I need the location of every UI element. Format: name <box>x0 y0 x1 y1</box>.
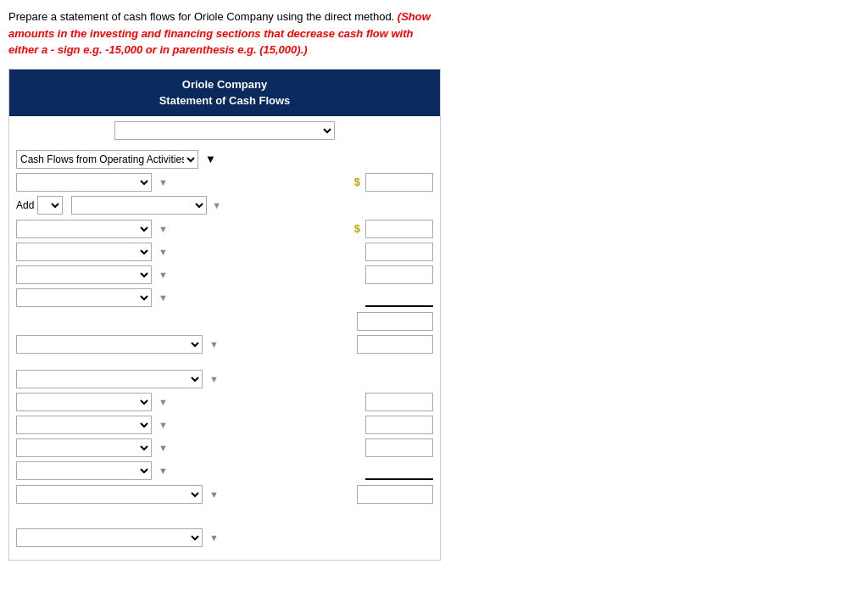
sub2-item-2-arrow: ▼ <box>159 420 168 430</box>
sub-item-2-arrow: ▼ <box>159 247 168 257</box>
section-3-total-select[interactable] <box>16 485 203 504</box>
sub2-item-1-arrow: ▼ <box>159 397 168 407</box>
dollar-sign-1: $ <box>354 176 360 188</box>
add-row: Add ▼ <box>16 196 433 215</box>
line-item-1-arrow: ▼ <box>159 177 168 187</box>
sub2-item-3-select[interactable] <box>16 438 152 457</box>
section-2-row: ▼ <box>16 335 433 354</box>
subgroup-1: ▼ $ ▼ ▼ <box>16 220 433 307</box>
dollar-sign-2: $ <box>354 222 360 235</box>
section-2-arrow: ▼ <box>209 339 219 349</box>
section-3-select[interactable] <box>16 370 203 388</box>
spacer-block-3 <box>16 515 433 522</box>
statement-title: Statement of Cash Flows <box>13 92 437 109</box>
section-3-arrow: ▼ <box>209 374 219 384</box>
section-4-row: ▼ <box>16 528 433 547</box>
total-1-row <box>16 312 433 331</box>
sub2-item-2-select[interactable] <box>16 416 152 434</box>
sub-amount-3-input[interactable] <box>365 265 433 284</box>
section-3-row: ▼ <box>16 370 433 388</box>
add-item-arrow: ▼ <box>212 200 221 210</box>
sub2-item-4-select[interactable] <box>16 461 152 480</box>
amount-1-input[interactable] <box>365 173 433 192</box>
sub2-item-4-arrow: ▼ <box>159 466 168 476</box>
spacer-block-1 <box>16 358 433 365</box>
sub-amount-1-input[interactable] <box>365 220 433 238</box>
sub-item-4-select[interactable] <box>16 288 152 307</box>
form-body: Cash Flows from Operating Activities ▼ ▼… <box>9 145 440 560</box>
sub-item-3-arrow: ▼ <box>159 270 168 280</box>
sub2-amount-1-input[interactable] <box>365 393 433 411</box>
sub2-amount-2-input[interactable] <box>365 416 433 434</box>
operating-activities-select[interactable]: Cash Flows from Operating Activities <box>16 150 198 169</box>
period-row <box>9 116 440 145</box>
subgroup-2: ▼ ▼ ▼ <box>16 393 433 480</box>
add-label: Add <box>16 199 34 211</box>
section-3-total-arrow: ▼ <box>209 489 219 500</box>
add-select[interactable] <box>37 196 63 215</box>
sub-item-1-arrow: ▼ <box>159 224 168 234</box>
section-3-total-input[interactable] <box>357 485 433 504</box>
sub-item-2-select[interactable] <box>16 243 152 261</box>
instructions-block: Prepare a statement of cash flows for Or… <box>8 8 441 59</box>
sub-item-3-row: ▼ <box>16 265 433 284</box>
section-3-total-row: ▼ <box>16 485 433 504</box>
sub2-amount-4-input[interactable] <box>365 461 433 480</box>
add-item-select[interactable] <box>71 196 207 215</box>
instruction-line1: Prepare a statement of cash flows for Or… <box>8 10 398 23</box>
sub2-item-1-select[interactable] <box>16 393 152 411</box>
sub-item-4-arrow: ▼ <box>159 293 168 303</box>
section-2-total-input[interactable] <box>357 335 433 354</box>
sub2-item-2-row: ▼ <box>16 416 433 434</box>
sub2-item-1-row: ▼ <box>16 393 433 411</box>
sub-item-3-select[interactable] <box>16 265 152 284</box>
sub-amount-4-input[interactable] <box>365 288 433 307</box>
sub2-item-3-arrow: ▼ <box>159 443 168 453</box>
section-2-select[interactable] <box>16 335 203 354</box>
sub-item-1-select[interactable] <box>16 220 152 238</box>
sub-item-2-row: ▼ <box>16 243 433 261</box>
sub2-item-3-row: ▼ <box>16 438 433 457</box>
sub-item-4-row: ▼ <box>16 288 433 307</box>
sub-item-1-row: ▼ $ <box>16 220 433 238</box>
sub2-amount-3-input[interactable] <box>365 438 433 457</box>
total-1-input[interactable] <box>357 312 433 331</box>
section-4-select[interactable] <box>16 528 203 547</box>
line-item-1-select[interactable] <box>16 173 152 192</box>
operating-activities-row: Cash Flows from Operating Activities ▼ <box>16 150 433 169</box>
operating-dropdown-icon: ▼ <box>205 153 216 165</box>
spacer-block-2 <box>16 508 433 515</box>
sub-amount-2-input[interactable] <box>365 243 433 261</box>
company-name: Oriole Company <box>13 76 437 93</box>
statement-header: Oriole Company Statement of Cash Flows <box>9 70 440 116</box>
statement-container: Oriole Company Statement of Cash Flows C… <box>8 69 441 561</box>
sub2-item-4-row: ▼ <box>16 461 433 480</box>
section-4-arrow: ▼ <box>209 533 219 543</box>
line-item-1-row: ▼ $ <box>16 173 433 192</box>
period-select[interactable] <box>114 121 335 140</box>
